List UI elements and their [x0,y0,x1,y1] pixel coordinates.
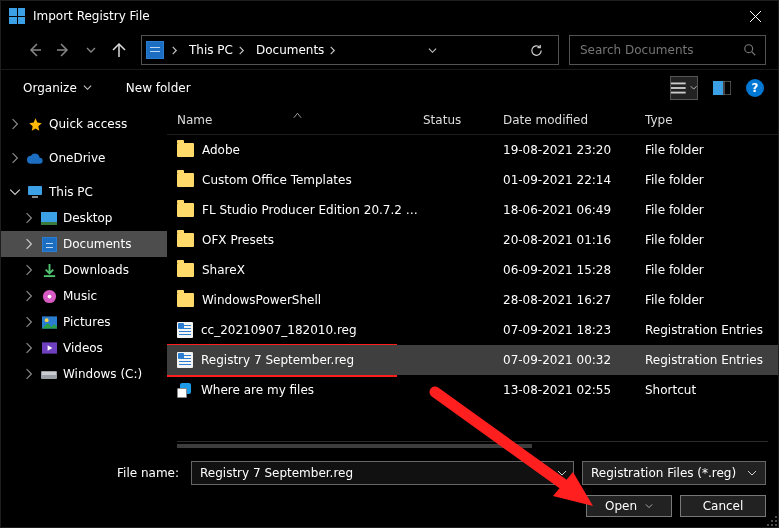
horizontal-scrollbar[interactable] [177,441,768,451]
file-type: Registration Entries [645,323,778,337]
file-date: 19-08-2021 23:20 [503,143,645,157]
scrollbar-thumb[interactable] [177,444,532,448]
tree-pictures[interactable]: Pictures [1,309,167,335]
chevron-right-icon[interactable] [23,290,35,302]
column-type-label: Type [645,113,673,127]
svg-rect-1 [671,82,686,84]
folder-icon [177,143,194,157]
chevron-right-icon[interactable] [23,238,35,250]
chevron-right-icon[interactable] [23,316,35,328]
chevron-right-icon[interactable] [23,342,35,354]
chevron-down-icon [83,83,92,92]
organize-label: Organize [23,81,77,95]
file-date: 18-06-2021 06:49 [503,203,645,217]
file-row[interactable]: ShareX06-09-2021 15:28File folder [167,255,778,285]
chevron-right-icon[interactable] [23,212,35,224]
tree-label: Documents [63,237,131,251]
new-folder-label: New folder [126,81,191,95]
svg-rect-6 [28,186,42,195]
tree-desktop[interactable]: Desktop [1,205,167,231]
shortcut-icon [177,382,193,398]
tree-windows-c[interactable]: Windows (C:) [1,361,167,387]
address-bar[interactable]: This PC Documents [141,35,559,65]
file-rows[interactable]: Adobe19-08-2021 23:20File folderCustom O… [167,135,778,437]
tree-label: Desktop [63,211,113,225]
breadcrumb-root-label: This PC [189,43,233,57]
file-date: 28-08-2021 16:27 [503,293,645,307]
address-dropdown[interactable] [424,44,441,57]
file-row[interactable]: WindowsPowerShell28-08-2021 16:27File fo… [167,285,778,315]
folder-icon [177,233,194,247]
file-type-filter[interactable]: Registration Files (*.reg) [582,461,766,485]
file-type: File folder [645,263,778,277]
folder-icon [177,263,194,277]
chevron-right-icon[interactable] [9,152,21,164]
svg-rect-5 [724,81,731,95]
column-name[interactable]: Name [177,113,423,127]
file-type: Registration Entries [645,353,778,367]
dialog-body: Quick access OneDrive This PC Desktop [1,105,778,451]
view-mode-button[interactable] [670,76,698,100]
filename-input[interactable] [198,465,557,481]
folder-icon [177,293,194,307]
file-row[interactable]: Adobe19-08-2021 23:20File folder [167,135,778,165]
organize-menu[interactable]: Organize [15,78,100,98]
tree-downloads[interactable]: Downloads [1,257,167,283]
search-box[interactable] [569,35,766,65]
chevron-down-icon[interactable] [557,468,567,478]
file-row[interactable]: Where are my files13-08-2021 02:55Shortc… [167,375,778,405]
pc-icon [27,184,43,200]
chevron-right-icon[interactable] [23,368,35,380]
tree-music[interactable]: Music [1,283,167,309]
svg-rect-10 [43,275,54,277]
new-folder-button[interactable]: New folder [118,78,199,98]
file-row[interactable]: OFX Presets20-08-2021 01:16File folder [167,225,778,255]
list-view-icon [671,82,686,94]
tree-quick-access[interactable]: Quick access [1,111,167,137]
chevron-right-icon[interactable] [9,118,21,130]
file-date: 13-08-2021 02:55 [503,383,645,397]
tree-label: Videos [63,341,103,355]
tree-documents[interactable]: Documents [1,231,167,257]
file-name: ShareX [202,263,245,277]
help-button[interactable]: ? [746,79,764,97]
close-button[interactable] [733,1,778,31]
tree-onedrive[interactable]: OneDrive [1,145,167,171]
folder-icon [177,203,194,217]
videos-icon [41,340,57,356]
file-row[interactable]: cc_20210907_182010.reg07-09-2021 18:23Re… [167,315,778,345]
column-type[interactable]: Type [645,113,778,127]
file-name: cc_20210907_182010.reg [201,323,357,337]
file-row[interactable]: Registry 7 September.reg07-09-2021 00:32… [167,345,778,375]
column-date[interactable]: Date modified [503,113,645,127]
navigation-tree[interactable]: Quick access OneDrive This PC Desktop [1,105,167,451]
breadcrumb-current[interactable]: Documents [252,41,341,59]
chevron-right-icon[interactable] [23,264,35,276]
cloud-icon [27,150,43,166]
file-date: 20-08-2021 01:16 [503,233,645,247]
back-button[interactable] [23,38,47,62]
file-row[interactable]: FL Studio Producer Edition 20.7.2 Build … [167,195,778,225]
column-status[interactable]: Status [423,113,503,127]
open-button[interactable]: Open [586,495,672,517]
search-input[interactable] [578,42,743,58]
up-button[interactable] [107,38,131,62]
chevron-down-icon[interactable] [9,186,21,198]
preview-pane-button[interactable] [708,76,736,100]
forward-button[interactable] [51,38,75,62]
filename-combobox[interactable] [191,461,574,485]
file-row[interactable]: Custom Office Templates01-09-2021 22:14F… [167,165,778,195]
tree-label: This PC [49,185,93,199]
breadcrumb-root[interactable]: This PC [185,41,250,59]
file-date: 07-09-2021 00:32 [503,353,645,367]
breadcrumb-chevron[interactable] [166,44,183,57]
cancel-button[interactable]: Cancel [680,495,766,517]
refresh-button[interactable] [524,38,548,62]
arrow-right-icon [55,42,71,58]
filename-label: File name: [13,466,183,480]
recent-locations-button[interactable] [79,38,103,62]
tree-videos[interactable]: Videos [1,335,167,361]
svg-rect-8 [41,212,57,222]
chevron-right-icon [170,46,179,55]
tree-this-pc[interactable]: This PC [1,179,167,205]
